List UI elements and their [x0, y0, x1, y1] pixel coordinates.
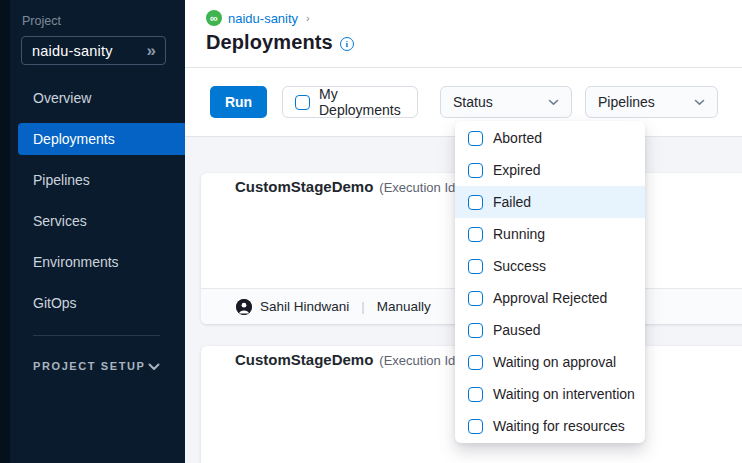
- menu-item-label: Paused: [493, 322, 540, 338]
- breadcrumb: ∞ naidu-sanity ›: [206, 10, 742, 26]
- menu-item-success[interactable]: Success: [455, 250, 645, 282]
- execution-id-text: (Execution Id: [379, 353, 455, 368]
- sidebar-item-label: GitOps: [33, 295, 77, 311]
- menu-item-label: Success: [493, 258, 546, 274]
- checkbox-failed[interactable]: [468, 195, 483, 210]
- menu-item-waiting-on-approval[interactable]: Waiting on approval: [455, 346, 645, 378]
- sidebar-item-overview[interactable]: Overview: [18, 82, 185, 114]
- breadcrumb-chevron-icon: ›: [306, 12, 310, 24]
- breadcrumb-project-link[interactable]: naidu-sanity: [228, 11, 298, 26]
- my-deployments-filter[interactable]: My Deployments: [282, 86, 418, 118]
- sidebar-divider: [33, 335, 160, 336]
- project-selector-value: naidu-sanity: [32, 43, 113, 59]
- sidebar-item-label: Services: [33, 213, 87, 229]
- checkbox-waiting-on-approval[interactable]: [468, 355, 483, 370]
- checkbox-paused[interactable]: [468, 323, 483, 338]
- sidebar-item-label: Deployments: [33, 131, 115, 147]
- menu-item-label: Approval Rejected: [493, 290, 607, 306]
- pipeline-name[interactable]: CustomStageDemo: [235, 351, 373, 368]
- my-deployments-checkbox[interactable]: [295, 95, 310, 110]
- menu-item-label: Waiting on intervention: [493, 386, 635, 402]
- pipelines-filter-label: Pipelines: [598, 94, 655, 110]
- sidebar-item-services[interactable]: Services: [18, 205, 185, 237]
- execution-id-text: (Execution Id: [379, 180, 455, 195]
- chevron-down-icon: [148, 357, 160, 375]
- checkbox-success[interactable]: [468, 259, 483, 274]
- pipeline-name[interactable]: CustomStageDemo: [235, 178, 373, 195]
- menu-item-approval-rejected[interactable]: Approval Rejected: [455, 282, 645, 314]
- checkbox-expired[interactable]: [468, 163, 483, 178]
- checkbox-approval-rejected[interactable]: [468, 291, 483, 306]
- page-title: Deployments: [206, 31, 333, 54]
- status-filter-menu: Aborted Expired Failed Running Success A…: [455, 121, 645, 443]
- checkbox-running[interactable]: [468, 227, 483, 242]
- avatar-icon: [236, 299, 252, 315]
- sidebar-item-label: Environments: [33, 254, 119, 270]
- sidebar-item-label: Overview: [33, 90, 91, 106]
- menu-item-label: Expired: [493, 162, 540, 178]
- menu-item-label: Aborted: [493, 130, 542, 146]
- status-filter-label: Status: [453, 94, 493, 110]
- footer-separator: |: [361, 299, 364, 314]
- sidebar-nav: Overview Deployments Pipelines Services …: [10, 82, 185, 319]
- pipelines-filter-dropdown[interactable]: Pipelines: [585, 86, 718, 118]
- project-setup-section[interactable]: PROJECT SETUP: [33, 357, 160, 375]
- menu-item-label: Waiting for resources: [493, 418, 625, 434]
- menu-item-expired[interactable]: Expired: [455, 154, 645, 186]
- sidebar-item-environments[interactable]: Environments: [18, 246, 185, 278]
- my-deployments-label: My Deployments: [319, 86, 405, 118]
- project-label: Project: [22, 14, 185, 28]
- chevron-down-icon: [694, 92, 705, 110]
- checkbox-waiting-on-intervention[interactable]: [468, 387, 483, 402]
- project-selector[interactable]: naidu-sanity »: [21, 36, 166, 65]
- menu-item-label: Failed: [493, 194, 531, 210]
- trigger-type: Manually: [377, 299, 431, 314]
- menu-item-label: Waiting on approval: [493, 354, 616, 370]
- checkbox-aborted[interactable]: [468, 131, 483, 146]
- page-header: ∞ naidu-sanity › Deployments i: [185, 0, 742, 68]
- chevron-down-icon: [548, 92, 559, 110]
- menu-item-failed[interactable]: Failed: [455, 186, 645, 218]
- sidebar-item-deployments[interactable]: Deployments: [18, 123, 185, 155]
- menu-item-label: Running: [493, 226, 545, 242]
- sidebar-item-gitops[interactable]: GitOps: [18, 287, 185, 319]
- project-setup-label: PROJECT SETUP: [33, 360, 146, 372]
- menu-item-aborted[interactable]: Aborted: [455, 122, 645, 154]
- status-filter-dropdown[interactable]: Status: [440, 86, 572, 118]
- author-name: Sahil Hindwani: [260, 299, 349, 314]
- sidebar: Project naidu-sanity » Overview Deployme…: [10, 0, 185, 463]
- menu-item-waiting-for-resources[interactable]: Waiting for resources: [455, 410, 645, 442]
- checkbox-waiting-for-resources[interactable]: [468, 419, 483, 434]
- cd-module-icon: ∞: [206, 10, 222, 26]
- app-window: Project naidu-sanity » Overview Deployme…: [0, 0, 742, 463]
- info-icon[interactable]: i: [340, 37, 354, 51]
- sidebar-item-pipelines[interactable]: Pipelines: [18, 164, 185, 196]
- sidebar-item-label: Pipelines: [33, 172, 90, 188]
- menu-item-paused[interactable]: Paused: [455, 314, 645, 346]
- menu-item-waiting-on-intervention[interactable]: Waiting on intervention: [455, 378, 645, 410]
- run-button[interactable]: Run: [210, 86, 267, 118]
- module-nav-strip: [0, 0, 10, 463]
- double-chevron-icon: »: [147, 42, 156, 59]
- menu-item-running[interactable]: Running: [455, 218, 645, 250]
